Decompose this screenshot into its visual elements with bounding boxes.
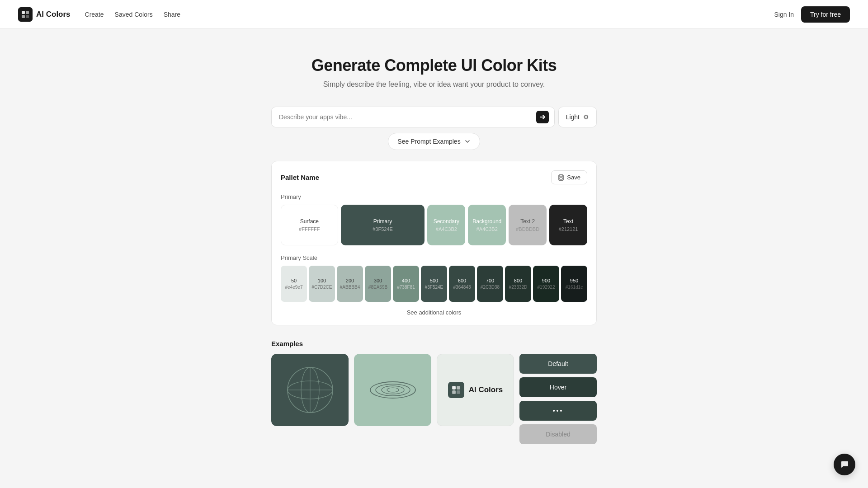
navbar: AI Colors Create Saved Colors Share Sign… (0, 0, 868, 29)
scale-200-num: 200 (346, 278, 354, 283)
primary-section-label: Primary (281, 193, 587, 200)
svg-rect-1 (26, 11, 29, 14)
chat-bubble[interactable] (834, 454, 855, 475)
logo-text: AI Colors (469, 385, 503, 394)
scale-100-hex: #C7D2CE (311, 285, 332, 290)
swatch-primary[interactable]: Primary #3F524E (341, 205, 425, 245)
scale-50-hex: #e4e9e7 (285, 285, 303, 290)
see-additional-link[interactable]: See additional colors (281, 309, 587, 316)
theme-label: Light (566, 113, 580, 121)
nav-links: Create Saved Colors Share (85, 11, 180, 18)
logo-icon (18, 7, 33, 22)
swatch-surface-hex: #FFFFFF (299, 226, 320, 232)
examples-section: Examples (271, 340, 597, 444)
sphere-dark-icon (283, 363, 337, 417)
example-preview-dark (271, 354, 349, 426)
scale-100[interactable]: 100 #C7D2CE (309, 266, 335, 302)
scale-400[interactable]: 400 #738F81 (393, 266, 419, 302)
theme-button[interactable]: Light ⚙ (558, 107, 597, 127)
scale-900-hex: #192922 (538, 285, 555, 290)
svg-rect-19 (457, 390, 460, 394)
scale-800-hex: #23332D (509, 285, 528, 290)
palette-card: Pallet Name Save Primary Surface #FFFFFF… (271, 161, 597, 325)
nav-link-create[interactable]: Create (85, 11, 104, 18)
example-preview-logo: AI Colors (437, 354, 514, 426)
swatch-text-hex: #212121 (559, 226, 578, 232)
prompt-examples-button[interactable]: See Prompt Examples (388, 133, 480, 150)
rings-light-icon (366, 363, 420, 417)
vibe-input-wrap (271, 107, 555, 127)
logo-box-icon (451, 385, 461, 395)
example-dots-button[interactable]: ••• (519, 401, 597, 421)
example-hover-button[interactable]: Hover (519, 377, 597, 397)
palette-name: Pallet Name (281, 174, 319, 181)
scale-row: 50 #e4e9e7 100 #C7D2CE 200 #ABBBB4 300 #… (281, 266, 587, 302)
gear-icon: ⚙ (583, 113, 589, 121)
swatch-text2[interactable]: Text 2 #BDBDBD (509, 205, 547, 245)
scale-section-label: Primary Scale (281, 254, 587, 261)
sign-in-button[interactable]: Sign In (774, 11, 794, 18)
swatch-surface[interactable]: Surface #FFFFFF (281, 205, 338, 245)
nav-link-share[interactable]: Share (164, 11, 180, 18)
nav-logo[interactable]: AI Colors (18, 7, 71, 22)
nav-link-saved[interactable]: Saved Colors (115, 11, 153, 18)
swatch-secondary[interactable]: Secondary #A4C3B2 (427, 205, 465, 245)
logo-preview: AI Colors (448, 382, 503, 398)
swatch-background-name: Background (472, 218, 501, 225)
vibe-input[interactable] (277, 107, 536, 127)
scale-700-num: 700 (486, 278, 494, 283)
hero-section: Generate Complete UI Color Kits Simply d… (271, 56, 597, 89)
example-buttons: Default Hover ••• Disabled (519, 354, 597, 444)
scale-600-hex: #364843 (453, 285, 471, 290)
example-default-button[interactable]: Default (519, 354, 597, 374)
logo-box (448, 382, 464, 398)
scale-500-hex: #3F524E (425, 285, 443, 290)
swatch-text2-hex: #BDBDBD (516, 226, 539, 232)
scale-800[interactable]: 800 #23332D (505, 266, 531, 302)
swatch-background[interactable]: Background #A4C3B2 (468, 205, 506, 245)
scale-700[interactable]: 700 #2C3D38 (477, 266, 503, 302)
primary-color-row: Surface #FFFFFF Primary #3F524E Secondar… (281, 205, 587, 245)
scale-800-num: 800 (514, 278, 522, 283)
examples-grid: AI Colors Default Hover ••• Disabled (271, 354, 597, 444)
swatch-primary-name: Primary (373, 218, 392, 225)
scale-200[interactable]: 200 #ABBBB4 (337, 266, 363, 302)
swatch-text[interactable]: Text #212121 (549, 205, 587, 245)
scale-950[interactable]: 950 #161d1c (561, 266, 587, 302)
scale-50[interactable]: 50 #e4e9e7 (281, 266, 307, 302)
submit-button[interactable] (536, 111, 549, 123)
prompt-examples-row: See Prompt Examples (271, 133, 597, 150)
svg-rect-2 (22, 15, 25, 18)
save-label: Save (567, 174, 580, 181)
scale-400-num: 400 (402, 278, 410, 283)
example-disabled-button: Disabled (519, 424, 597, 444)
swatch-secondary-name: Secondary (434, 218, 459, 225)
swatch-surface-name: Surface (300, 218, 319, 225)
hero-title: Generate Complete UI Color Kits (271, 56, 597, 75)
svg-rect-0 (22, 11, 25, 14)
example-preview-light (354, 354, 431, 426)
swatch-text-name: Text (563, 218, 573, 225)
scale-600[interactable]: 600 #364843 (449, 266, 475, 302)
scale-950-num: 950 (570, 278, 578, 283)
scale-500[interactable]: 500 #3F524E (421, 266, 447, 302)
svg-rect-3 (26, 15, 29, 18)
scale-900-num: 900 (542, 278, 550, 283)
scale-900[interactable]: 900 #192922 (533, 266, 559, 302)
hero-subtitle: Simply describe the feeling, vibe or ide… (271, 80, 597, 89)
scale-600-num: 600 (458, 278, 466, 283)
scale-100-num: 100 (318, 278, 326, 283)
svg-point-15 (387, 388, 399, 392)
scale-300-hex: #8EA59B (368, 285, 387, 290)
swatch-secondary-hex: #A4C3B2 (436, 226, 457, 232)
prompt-examples-label: See Prompt Examples (397, 138, 460, 145)
examples-label: Examples (271, 340, 597, 347)
scale-950-hex: #161d1c (566, 285, 583, 290)
save-button[interactable]: Save (551, 170, 587, 184)
input-row: Light ⚙ (271, 107, 597, 127)
nav-logo-text: AI Colors (36, 10, 71, 19)
chevron-down-icon (464, 138, 471, 145)
try-free-button[interactable]: Try for free (801, 6, 850, 23)
scale-300[interactable]: 300 #8EA59B (365, 266, 391, 302)
svg-rect-18 (452, 390, 456, 394)
